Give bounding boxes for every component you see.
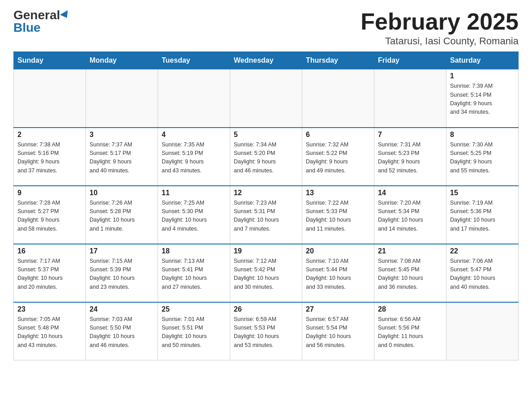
day-info: Sunrise: 7:25 AM Sunset: 5:30 PM Dayligh… (162, 199, 226, 234)
calendar-cell (14, 69, 86, 128)
day-info: Sunrise: 7:37 AM Sunset: 5:17 PM Dayligh… (90, 141, 154, 176)
day-info: Sunrise: 7:22 AM Sunset: 5:33 PM Dayligh… (306, 199, 370, 234)
calendar-week-row: 2Sunrise: 7:38 AM Sunset: 5:16 PM Daylig… (14, 128, 519, 186)
day-info: Sunrise: 7:32 AM Sunset: 5:22 PM Dayligh… (306, 141, 370, 176)
day-info: Sunrise: 7:03 AM Sunset: 5:50 PM Dayligh… (90, 315, 154, 350)
calendar-cell: 26Sunrise: 6:59 AM Sunset: 5:53 PM Dayli… (230, 302, 302, 360)
calendar-cell: 15Sunrise: 7:19 AM Sunset: 5:36 PM Dayli… (446, 186, 519, 244)
calendar-cell (302, 69, 374, 128)
day-info: Sunrise: 7:06 AM Sunset: 5:47 PM Dayligh… (450, 257, 515, 292)
weekday-header-wednesday: Wednesday (230, 52, 302, 69)
calendar-cell: 10Sunrise: 7:26 AM Sunset: 5:28 PM Dayli… (86, 186, 158, 244)
day-number: 16 (17, 247, 82, 255)
calendar-table: SundayMondayTuesdayWednesdayThursdayFrid… (13, 51, 519, 360)
day-number: 2 (17, 131, 82, 139)
day-info: Sunrise: 7:08 AM Sunset: 5:45 PM Dayligh… (378, 257, 442, 292)
weekday-header-tuesday: Tuesday (158, 52, 230, 69)
day-info: Sunrise: 7:01 AM Sunset: 5:51 PM Dayligh… (162, 315, 226, 350)
day-number: 25 (162, 305, 226, 313)
day-number: 3 (90, 131, 154, 139)
day-number: 26 (234, 305, 298, 313)
title-block: February 2025 Tatarusi, Iasi County, Rom… (360, 9, 519, 47)
calendar-cell: 28Sunrise: 6:56 AM Sunset: 5:56 PM Dayli… (374, 302, 446, 360)
day-info: Sunrise: 7:26 AM Sunset: 5:28 PM Dayligh… (90, 199, 154, 234)
calendar-week-row: 23Sunrise: 7:05 AM Sunset: 5:48 PM Dayli… (14, 302, 519, 360)
day-number: 21 (378, 247, 442, 255)
calendar-cell (230, 69, 302, 128)
calendar-cell (86, 69, 158, 128)
logo-arrow-icon (60, 10, 71, 20)
day-info: Sunrise: 7:31 AM Sunset: 5:23 PM Dayligh… (378, 141, 442, 176)
calendar-cell: 14Sunrise: 7:20 AM Sunset: 5:34 PM Dayli… (374, 186, 446, 244)
weekday-header-sunday: Sunday (14, 52, 86, 69)
day-info: Sunrise: 7:13 AM Sunset: 5:41 PM Dayligh… (162, 257, 226, 292)
day-info: Sunrise: 7:35 AM Sunset: 5:19 PM Dayligh… (162, 141, 226, 176)
day-number: 22 (450, 247, 515, 255)
calendar-cell: 21Sunrise: 7:08 AM Sunset: 5:45 PM Dayli… (374, 244, 446, 302)
day-number: 18 (162, 247, 226, 255)
day-info: Sunrise: 6:57 AM Sunset: 5:54 PM Dayligh… (306, 315, 370, 350)
calendar-cell: 25Sunrise: 7:01 AM Sunset: 5:51 PM Dayli… (158, 302, 230, 360)
day-number: 19 (234, 247, 298, 255)
day-info: Sunrise: 7:05 AM Sunset: 5:48 PM Dayligh… (17, 315, 82, 350)
calendar-cell: 19Sunrise: 7:12 AM Sunset: 5:42 PM Dayli… (230, 244, 302, 302)
calendar-cell: 6Sunrise: 7:32 AM Sunset: 5:22 PM Daylig… (302, 128, 374, 186)
calendar-week-row: 1Sunrise: 7:39 AM Sunset: 5:14 PM Daylig… (14, 69, 519, 128)
day-number: 27 (306, 305, 370, 313)
day-info: Sunrise: 7:39 AM Sunset: 5:14 PM Dayligh… (450, 82, 515, 117)
logo-general-text: General (13, 9, 60, 21)
weekday-header-friday: Friday (374, 52, 446, 69)
calendar-cell: 3Sunrise: 7:37 AM Sunset: 5:17 PM Daylig… (86, 128, 158, 186)
calendar-cell: 12Sunrise: 7:23 AM Sunset: 5:31 PM Dayli… (230, 186, 302, 244)
day-info: Sunrise: 7:20 AM Sunset: 5:34 PM Dayligh… (378, 199, 442, 234)
day-info: Sunrise: 7:15 AM Sunset: 5:39 PM Dayligh… (90, 257, 154, 292)
calendar-cell: 2Sunrise: 7:38 AM Sunset: 5:16 PM Daylig… (14, 128, 86, 186)
calendar-cell (446, 302, 519, 360)
weekday-header-row: SundayMondayTuesdayWednesdayThursdayFrid… (14, 52, 519, 69)
day-info: Sunrise: 7:12 AM Sunset: 5:42 PM Dayligh… (234, 257, 298, 292)
calendar-cell: 4Sunrise: 7:35 AM Sunset: 5:19 PM Daylig… (158, 128, 230, 186)
day-number: 14 (378, 189, 442, 197)
day-number: 11 (162, 189, 226, 197)
day-number: 12 (234, 189, 298, 197)
calendar-cell: 24Sunrise: 7:03 AM Sunset: 5:50 PM Dayli… (86, 302, 158, 360)
day-number: 10 (90, 189, 154, 197)
day-info: Sunrise: 6:56 AM Sunset: 5:56 PM Dayligh… (378, 315, 442, 350)
calendar-header: SundayMondayTuesdayWednesdayThursdayFrid… (14, 52, 519, 69)
day-number: 23 (17, 305, 82, 313)
day-info: Sunrise: 7:28 AM Sunset: 5:27 PM Dayligh… (17, 199, 82, 234)
location-text: Tatarusi, Iasi County, Romania (360, 35, 519, 47)
calendar-cell: 1Sunrise: 7:39 AM Sunset: 5:14 PM Daylig… (446, 69, 519, 128)
day-number: 1 (450, 72, 515, 80)
day-number: 20 (306, 247, 370, 255)
calendar-cell: 13Sunrise: 7:22 AM Sunset: 5:33 PM Dayli… (302, 186, 374, 244)
day-info: Sunrise: 7:10 AM Sunset: 5:44 PM Dayligh… (306, 257, 370, 292)
month-title: February 2025 (360, 9, 519, 34)
weekday-header-thursday: Thursday (302, 52, 374, 69)
calendar-cell: 23Sunrise: 7:05 AM Sunset: 5:48 PM Dayli… (14, 302, 86, 360)
calendar-body: 1Sunrise: 7:39 AM Sunset: 5:14 PM Daylig… (14, 69, 519, 360)
day-number: 24 (90, 305, 154, 313)
calendar-week-row: 16Sunrise: 7:17 AM Sunset: 5:37 PM Dayli… (14, 244, 519, 302)
calendar-cell: 9Sunrise: 7:28 AM Sunset: 5:27 PM Daylig… (14, 186, 86, 244)
day-number: 8 (450, 131, 515, 139)
calendar-cell: 8Sunrise: 7:30 AM Sunset: 5:25 PM Daylig… (446, 128, 519, 186)
calendar-cell (158, 69, 230, 128)
calendar-cell: 16Sunrise: 7:17 AM Sunset: 5:37 PM Dayli… (14, 244, 86, 302)
day-number: 17 (90, 247, 154, 255)
day-info: Sunrise: 7:17 AM Sunset: 5:37 PM Dayligh… (17, 257, 82, 292)
day-info: Sunrise: 7:23 AM Sunset: 5:31 PM Dayligh… (234, 199, 298, 234)
weekday-header-monday: Monday (86, 52, 158, 69)
calendar-cell: 17Sunrise: 7:15 AM Sunset: 5:39 PM Dayli… (86, 244, 158, 302)
day-number: 6 (306, 131, 370, 139)
day-number: 13 (306, 189, 370, 197)
day-info: Sunrise: 7:34 AM Sunset: 5:20 PM Dayligh… (234, 141, 298, 176)
day-number: 4 (162, 131, 226, 139)
day-info: Sunrise: 7:19 AM Sunset: 5:36 PM Dayligh… (450, 199, 515, 234)
logo: General Blue (13, 9, 70, 34)
calendar-cell: 11Sunrise: 7:25 AM Sunset: 5:30 PM Dayli… (158, 186, 230, 244)
day-number: 9 (17, 189, 82, 197)
page-header: General Blue February 2025 Tatarusi, Ias… (13, 9, 519, 47)
calendar-cell: 27Sunrise: 6:57 AM Sunset: 5:54 PM Dayli… (302, 302, 374, 360)
calendar-cell: 22Sunrise: 7:06 AM Sunset: 5:47 PM Dayli… (446, 244, 519, 302)
